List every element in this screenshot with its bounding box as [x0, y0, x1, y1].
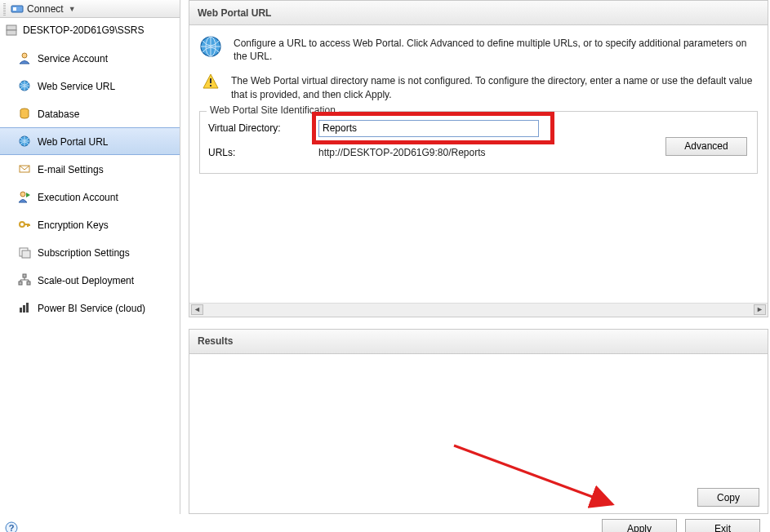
urls-label: URLs:: [208, 147, 318, 158]
subscription-icon: [18, 246, 31, 259]
svg-rect-17: [23, 305, 25, 313]
main-panel: Web Portal URL Configure a URL to access…: [189, 0, 768, 317]
server-icon: [5, 24, 18, 37]
sidebar-item-encryption-keys[interactable]: Encryption Keys: [0, 211, 180, 238]
user-run-icon: [18, 190, 31, 203]
svg-rect-15: [27, 282, 30, 285]
sidebar-item-label: Database: [38, 109, 79, 120]
content-area: Web Portal URL Configure a URL to access…: [180, 0, 770, 514]
sidebar-item-web-service-url[interactable]: Web Service URL: [0, 72, 180, 100]
svg-text:?: ?: [9, 523, 15, 532]
fieldset-legend: Web Portal Site Identification: [207, 104, 339, 116]
results-title: Results: [189, 330, 768, 354]
scaleout-icon: [18, 273, 31, 286]
globe-icon: [18, 79, 31, 92]
sidebar-item-label: Power BI Service (cloud): [38, 303, 145, 314]
svg-rect-22: [210, 85, 211, 86]
site-identification-group: Web Portal Site Identification Virtual D…: [199, 111, 758, 174]
sidebar-item-service-account[interactable]: Service Account: [0, 44, 180, 72]
database-icon: [18, 107, 31, 120]
svg-point-4: [22, 53, 27, 58]
sidebar-item-label: E-mail Settings: [38, 164, 104, 175]
apply-button[interactable]: Apply: [602, 519, 677, 532]
advanced-button[interactable]: Advanced: [665, 137, 747, 156]
svg-rect-1: [13, 7, 16, 11]
sidebar-item-scale-out-deployment[interactable]: Scale-out Deployment: [0, 266, 180, 294]
help-icon[interactable]: ?: [5, 521, 18, 532]
svg-point-10: [20, 222, 24, 227]
globe-icon: [18, 135, 31, 148]
sidebar-item-execution-account[interactable]: Execution Account: [0, 183, 180, 211]
results-panel: Results Copy: [189, 329, 768, 514]
main-panel-title: Web Portal URL: [189, 1, 768, 25]
svg-rect-12: [22, 250, 30, 258]
svg-rect-18: [26, 303, 29, 313]
server-node[interactable]: DESKTOP-20D61G9\SSRS: [0, 21, 180, 39]
user-icon: [18, 51, 31, 64]
virtual-directory-label: Virtual Directory:: [208, 122, 318, 134]
svg-rect-14: [19, 282, 22, 285]
warning-icon: [202, 73, 220, 91]
svg-point-9: [20, 192, 25, 197]
mail-icon: [18, 162, 31, 175]
copy-button[interactable]: Copy: [697, 488, 759, 507]
sidebar-item-subscription-settings[interactable]: Subscription Settings: [0, 238, 180, 266]
chart-icon: [18, 301, 31, 314]
svg-rect-16: [20, 308, 22, 313]
svg-rect-21: [210, 78, 211, 83]
sidebar-item-web-portal-url[interactable]: Web Portal URL: [0, 127, 180, 155]
navigation-tree: DESKTOP-20D61G9\SSRS Service Account Web…: [0, 18, 180, 514]
connect-icon: [11, 2, 24, 16]
svg-rect-3: [7, 30, 16, 35]
exit-button[interactable]: Exit: [685, 519, 760, 532]
footer: ? Apply Exit: [0, 514, 770, 532]
sidebar-item-label: Web Portal URL: [38, 136, 108, 148]
sidebar-item-label: Service Account: [38, 53, 108, 64]
server-name: DESKTOP-20D61G9\SSRS: [23, 24, 145, 36]
sidebar-item-label: Execution Account: [38, 192, 118, 203]
scroll-left-icon[interactable]: ◄: [191, 304, 203, 315]
sidebar-item-label: Web Service URL: [38, 81, 115, 92]
connect-label: Connect: [27, 3, 64, 15]
horizontal-scrollbar[interactable]: ◄ ►: [189, 303, 768, 317]
sidebar-item-database[interactable]: Database: [0, 100, 180, 127]
key-icon: [18, 218, 31, 231]
chevron-down-icon: ▼: [69, 5, 76, 13]
svg-rect-13: [23, 274, 26, 277]
intro-text: Configure a URL to access Web Portal. Cl…: [234, 35, 758, 63]
svg-rect-2: [7, 25, 16, 30]
scroll-right-icon[interactable]: ►: [754, 304, 766, 315]
globe-icon: [199, 35, 222, 58]
connect-menu[interactable]: Connect ▼: [0, 0, 180, 18]
sidebar-item-power-bi-service[interactable]: Power BI Service (cloud): [0, 294, 180, 321]
sidebar-item-label: Encryption Keys: [38, 219, 109, 231]
virtual-directory-input[interactable]: [318, 120, 539, 137]
sidebar-item-email-settings[interactable]: E-mail Settings: [0, 155, 180, 183]
urls-value: http://DESKTOP-20D61G9:80/Reports: [318, 147, 486, 158]
sidebar-item-label: Subscription Settings: [38, 247, 130, 259]
sidebar-item-label: Scale-out Deployment: [38, 275, 134, 286]
sidebar: Connect ▼ DESKTOP-20D61G9\SSRS Service A…: [0, 0, 180, 514]
warning-text: The Web Portal virtual directory name is…: [231, 73, 758, 100]
